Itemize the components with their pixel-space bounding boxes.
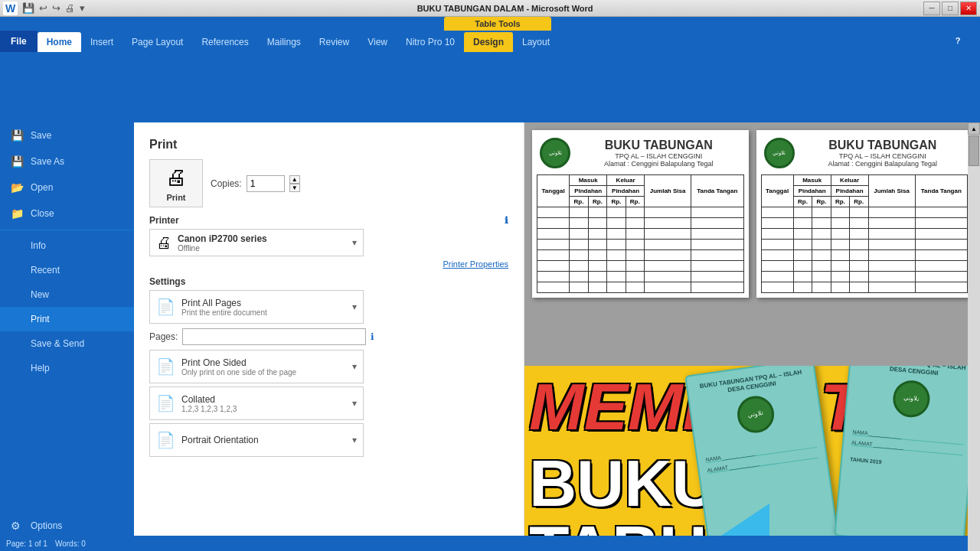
qa-print[interactable]: 🖨: [64, 2, 77, 15]
maximize-button[interactable]: □: [942, 2, 959, 15]
title-bar: W 💾 ↩ ↪ 🖨 ▾ BUKU TABUNGAN DALAM - Micros…: [0, 0, 980, 17]
collated-desc: 1,2,3 1,2,3 1,2,3: [181, 405, 346, 413]
tab-review[interactable]: Review: [310, 32, 358, 52]
quick-access-toolbar: 💾 ↩ ↪ 🖨 ▾: [21, 2, 87, 15]
scroll-thumb[interactable]: [969, 135, 979, 166]
copies-down[interactable]: ▼: [289, 184, 300, 192]
backstage-sidebar: 💾 Save 💾 Save As 📂 Open 📁 Close Info Rec…: [0, 122, 134, 551]
close-button[interactable]: ✕: [960, 2, 977, 15]
copies-input[interactable]: [247, 175, 285, 192]
ribbon: File Home Insert Page Layout References …: [0, 31, 980, 122]
ribbon-tabs: File Home Insert Page Layout References …: [0, 31, 980, 52]
settings-section-header: Settings: [149, 276, 508, 287]
book-2: BUKU TABUNGAN TPQ AL – ISLAH DESA CENGGI…: [834, 366, 980, 547]
sidebar-item-save-send[interactable]: Save & Send: [0, 331, 134, 356]
tab-mailings[interactable]: Mailings: [258, 32, 310, 52]
status-page: Page: 1 of 1: [6, 540, 47, 548]
document-page-2: تلاوتي BUKU TABUNGAN TPQ AL – ISLAH CENG…: [756, 130, 973, 298]
printer-select[interactable]: 🖨 Canon iP2700 series Offline ▾: [149, 229, 364, 256]
scroll-up-button[interactable]: ▲: [968, 122, 980, 135]
tab-page-layout[interactable]: Page Layout: [122, 32, 192, 52]
printer-device-icon: 🖨: [156, 234, 172, 252]
tab-view[interactable]: View: [358, 32, 397, 52]
tab-design[interactable]: Design: [464, 32, 513, 52]
tab-references[interactable]: References: [192, 32, 257, 52]
qa-redo[interactable]: ↪: [51, 2, 62, 15]
print-all-pages-select[interactable]: 📄 Print All Pages Print the entire docum…: [149, 290, 364, 324]
collated-select[interactable]: 📄 Collated 1,2,3 1,2,3 1,2,3 ▾: [149, 386, 364, 420]
sidebar-item-save[interactable]: 💾 Save: [0, 122, 134, 148]
orientation-icon: 📄: [156, 431, 175, 449]
status-words: Words: 0: [55, 540, 86, 548]
table-row: [537, 240, 744, 250]
document-pages: تلاوتي BUKU TABUNGAN TPQ AL – ISLAH CENG…: [524, 122, 980, 305]
page2-subtitle1: TPQ AL – ISLAH CENGGINI: [801, 152, 965, 160]
page1-table: Tanggal Masuk Keluar Jumlah Sisa Tanda T…: [537, 174, 744, 293]
tab-file[interactable]: File: [0, 31, 38, 52]
printer-icon: 🖨: [165, 165, 187, 190]
table-row: [761, 229, 968, 240]
page2-header: تلاوتي BUKU TABUNGAN TPQ AL – ISLAH CENG…: [761, 135, 969, 171]
col-keluar: Keluar: [607, 175, 645, 186]
options-icon: ⚙: [11, 520, 24, 532]
sidebar-item-open[interactable]: 📂 Open: [0, 174, 134, 201]
page2-main-title: BUKU TABUNGAN: [801, 139, 965, 152]
tab-nitro[interactable]: Nitro Pro 10: [397, 32, 464, 52]
sidebar-item-new[interactable]: New: [0, 282, 134, 307]
pages-input[interactable]: [182, 328, 366, 345]
save-as-icon: 💾: [11, 155, 24, 168]
qa-save[interactable]: 💾: [21, 2, 36, 15]
qa-more[interactable]: ▾: [78, 2, 87, 15]
page1-logo: تلاوتي: [540, 138, 570, 168]
table-row: [761, 207, 968, 218]
printer-section-header: Printer ℹ: [149, 215, 508, 226]
table-row: [761, 250, 968, 261]
sidebar-item-save-as[interactable]: 💾 Save As: [0, 148, 134, 174]
tab-home[interactable]: Home: [38, 32, 81, 52]
printer-info-icon[interactable]: ℹ: [505, 215, 508, 226]
print-all-pages-desc: Print the entire document: [181, 308, 346, 317]
close-folder-icon: 📁: [11, 207, 24, 220]
table-row: [537, 207, 744, 218]
qa-undo[interactable]: ↩: [38, 2, 49, 15]
orientation-select[interactable]: 📄 Portrait Orientation ▾: [149, 423, 364, 457]
table-row: [761, 218, 968, 229]
print-pages-icon: 📄: [156, 298, 175, 316]
help-icon[interactable]: ?: [951, 34, 965, 47]
pages-label: Pages:: [149, 331, 178, 342]
page1-main-title: BUKU TABUNGAN: [577, 139, 741, 152]
window-title: BUKU TABUNGAN DALAM - Microsoft Word: [417, 4, 593, 13]
one-sided-desc: Only print on one side of the page: [181, 368, 346, 377]
table-row: [761, 261, 968, 272]
printer-dropdown-arrow: ▾: [352, 237, 357, 248]
table-row: [537, 250, 744, 261]
minimize-button[interactable]: ─: [923, 2, 940, 15]
page1-header: تلاوتي BUKU TABUNGAN TPQ AL – ISLAH CENG…: [537, 135, 744, 171]
sidebar-item-close[interactable]: 📁 Close: [0, 201, 134, 227]
copies-up[interactable]: ▲: [289, 175, 300, 184]
tab-insert[interactable]: Insert: [81, 32, 122, 52]
table-row: [537, 218, 744, 229]
table-row: [761, 240, 968, 250]
book1-logo: تلاوتي: [735, 393, 776, 435]
print-one-sided-select[interactable]: 📄 Print One Sided Only print on one side…: [149, 350, 364, 383]
pages-info-icon[interactable]: ℹ: [371, 331, 374, 342]
vertical-scrollbar[interactable]: ▲ ▼: [968, 122, 980, 551]
print-button-row: 🖨 Print Copies: ▲ ▼: [149, 159, 508, 207]
sidebar-item-info[interactable]: Info: [0, 233, 134, 258]
sidebar-item-print[interactable]: Print: [0, 307, 134, 331]
col-masuk: Masuk: [570, 175, 607, 186]
page1-subtitle2: Alamat : Cenggini Balapulang Tegal: [577, 160, 741, 168]
sidebar-item-options[interactable]: ⚙ Options: [0, 513, 134, 539]
tab-layout[interactable]: Layout: [513, 32, 559, 52]
print-button[interactable]: 🖨 Print: [149, 159, 203, 207]
orientation-label: Portrait Orientation: [181, 435, 346, 445]
book2-tahun: TAHUN 2019: [850, 456, 962, 471]
overlay-banner: MEMBUAT BUKU TABUNGAN BUKU TABUNGAN TPQ …: [524, 366, 980, 551]
printer-properties-link[interactable]: Printer Properties: [149, 259, 508, 269]
scroll-track: [968, 135, 980, 551]
col-tanda: Tanda Tangan: [691, 175, 743, 207]
book1-title: BUKU TABUNGAN TPQ AL – ISLAH DESA CENGGI…: [695, 368, 808, 399]
sidebar-item-recent[interactable]: Recent: [0, 258, 134, 282]
sidebar-item-help[interactable]: Help: [0, 356, 134, 380]
